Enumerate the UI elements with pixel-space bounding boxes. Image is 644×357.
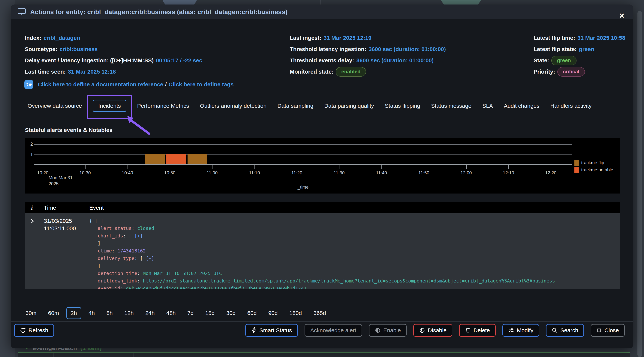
range-48h[interactable]: 48h xyxy=(162,307,180,319)
legend-label: trackme:flip xyxy=(581,160,604,165)
range-8h[interactable]: 8h xyxy=(102,307,117,319)
lightning-bolt-icon xyxy=(251,327,257,334)
range-24h[interactable]: 24h xyxy=(141,307,159,319)
tab-sla[interactable]: SLA xyxy=(482,100,493,112)
x-axis-date-label: Mon Mar 312025 xyxy=(48,175,72,187)
trash-icon xyxy=(465,327,471,333)
define-tags-link[interactable]: Click here to define tags xyxy=(168,81,234,88)
y-tick-label: 1 xyxy=(28,152,33,157)
range-60m[interactable]: 60m xyxy=(44,307,63,319)
range-2h[interactable]: 2h xyxy=(66,307,81,319)
range-7d[interactable]: 7d xyxy=(183,307,198,319)
range-365d[interactable]: 365d xyxy=(309,307,330,319)
json-expand-toggle[interactable]: [-] xyxy=(95,218,103,224)
smart-status-button[interactable]: Smart Status xyxy=(245,324,298,337)
info-row-threshold-latency: Threshold latency ingestion:3600 sec (du… xyxy=(290,44,446,55)
window-icon xyxy=(596,328,602,333)
column-header-time: Time xyxy=(40,202,81,213)
toggle-on-icon xyxy=(375,327,381,333)
event-time-cell: 31/03/2025 11:03:11.000 xyxy=(40,213,81,289)
event-row: 31/03/2025 11:03:11.000 { [-]alert_statu… xyxy=(25,213,620,289)
legend-item-trackme-notable: trackme:notable xyxy=(574,167,613,173)
info-row-priority: Priority:critical xyxy=(534,66,625,77)
info-row-last-seen: Last time seen:31 Mar 2025 12:18 xyxy=(25,66,202,77)
tab-handlers-activity[interactable]: Handlers activity xyxy=(550,100,592,112)
info-row-index: Index:cribl_datagen xyxy=(25,32,202,44)
screen: ▼ eventgen-batch (1 item) Actions for en… xyxy=(0,0,644,357)
json-expand-toggle[interactable]: [+] xyxy=(134,233,143,239)
x-tick-mark xyxy=(85,165,86,169)
disable-button[interactable]: Disable xyxy=(413,324,452,337)
legend-item-trackme-flip: trackme:flip xyxy=(574,160,613,166)
tab-incidents[interactable]: Incidents xyxy=(93,100,126,112)
scrollbar[interactable] xyxy=(638,11,642,357)
info-row-delay: Delay event / latency ingestion: ([D+]HH… xyxy=(25,55,202,66)
close-icon[interactable]: × xyxy=(619,11,624,20)
x-tick-label: 11:40 xyxy=(376,170,387,175)
range-4h[interactable]: 4h xyxy=(84,307,99,319)
info-column-right: Latest flip time:31 Mar 2025 10:58 Lates… xyxy=(534,32,625,77)
monitor-icon xyxy=(18,8,26,16)
enable-button[interactable]: Enable xyxy=(369,324,406,337)
range-30m[interactable]: 30m xyxy=(21,307,41,319)
contact-card-icon xyxy=(24,80,34,89)
tab-data-sampling[interactable]: Data sampling xyxy=(277,100,313,112)
delete-button[interactable]: Delete xyxy=(459,324,496,337)
info-row-sourcetype: Sourcetype:cribl:business xyxy=(25,44,202,55)
define-documentation-link[interactable]: Click here to define a documentation ref… xyxy=(38,81,163,88)
footer-divider xyxy=(11,321,633,322)
info-column-middle: Last ingest:31 Mar 2025 12:19 Threshold … xyxy=(290,32,446,77)
tab-status-message[interactable]: Status message xyxy=(431,100,472,112)
tab-audit-changes[interactable]: Audit changes xyxy=(504,100,539,112)
search-button[interactable]: Search xyxy=(546,324,584,337)
flip-state-value: green xyxy=(579,46,594,52)
tab-overview-data-source[interactable]: Overview data source xyxy=(28,100,82,112)
range-12h[interactable]: 12h xyxy=(120,307,138,319)
acknowledge-alert-button[interactable]: Acknowledge alert xyxy=(304,324,362,337)
y-gridline xyxy=(34,144,572,145)
tab-data-parsing-quality[interactable]: Data parsing quality xyxy=(324,100,374,112)
x-tick-mark xyxy=(466,165,466,169)
range-180d[interactable]: 180d xyxy=(285,307,306,319)
entity-actions-modal: Actions for entity: cribl_datagen:cribl:… xyxy=(11,5,633,348)
chart-legend: trackme:fliptrackme:notable xyxy=(574,160,613,173)
chart-plot: 1210:2010:3010:4010:5011:0011:1011:2011:… xyxy=(34,138,572,165)
delay-label: Delay event / latency ingestion: ([D+]HH… xyxy=(25,57,154,64)
tab-outliers-anomaly-detection[interactable]: Outliers anomaly detection xyxy=(200,100,266,112)
column-header-event: Event xyxy=(81,202,620,213)
range-15d[interactable]: 15d xyxy=(201,307,219,319)
threshold-latency-label: Threshold latency ingestion: xyxy=(290,46,366,52)
y-tick-label: 2 xyxy=(28,142,33,147)
info-row-monitored-state: Monitored state:enabled xyxy=(290,66,446,77)
last-seen-label: Last time seen: xyxy=(25,69,66,75)
x-tick-label: 10:20 xyxy=(37,170,48,175)
json-expand-toggle[interactable]: [+] xyxy=(146,256,154,261)
range-30d[interactable]: 30d xyxy=(222,307,240,319)
x-tick-label: 10:50 xyxy=(164,170,175,175)
state-badge: green xyxy=(551,56,576,65)
modify-button[interactable]: Modify xyxy=(502,324,539,337)
documentation-row: Click here to define a documentation ref… xyxy=(24,80,234,89)
x-tick-label: 11:10 xyxy=(249,170,260,175)
tab-performance-metrics[interactable]: Performance Metrics xyxy=(137,100,189,112)
sourcetype-value[interactable]: cribl:business xyxy=(60,46,98,52)
close-button[interactable]: Close xyxy=(591,324,625,337)
chart-bar-trackme-flip xyxy=(188,154,207,164)
index-value[interactable]: cribl_datagen xyxy=(44,35,80,41)
annotation-box: Incidents xyxy=(87,95,132,119)
search-icon xyxy=(552,327,558,333)
x-tick-label: 12:10 xyxy=(503,170,514,175)
x-tick-mark xyxy=(43,165,43,169)
toggle-off-icon xyxy=(419,327,425,333)
events-table-header: i Time Event xyxy=(25,202,620,213)
x-tick-mark xyxy=(170,165,170,169)
threshold-delay-label: Threshold events delay: xyxy=(290,57,354,64)
column-header-info: i xyxy=(25,202,40,213)
refresh-button[interactable]: Refresh xyxy=(14,324,54,337)
expand-chevron-icon[interactable] xyxy=(30,218,35,224)
range-90d[interactable]: 90d xyxy=(264,307,282,319)
x-tick-mark xyxy=(551,165,551,169)
range-60d[interactable]: 60d xyxy=(243,307,261,319)
tab-status-flipping[interactable]: Status flipping xyxy=(385,100,420,112)
info-row-state: State:green xyxy=(534,55,625,66)
